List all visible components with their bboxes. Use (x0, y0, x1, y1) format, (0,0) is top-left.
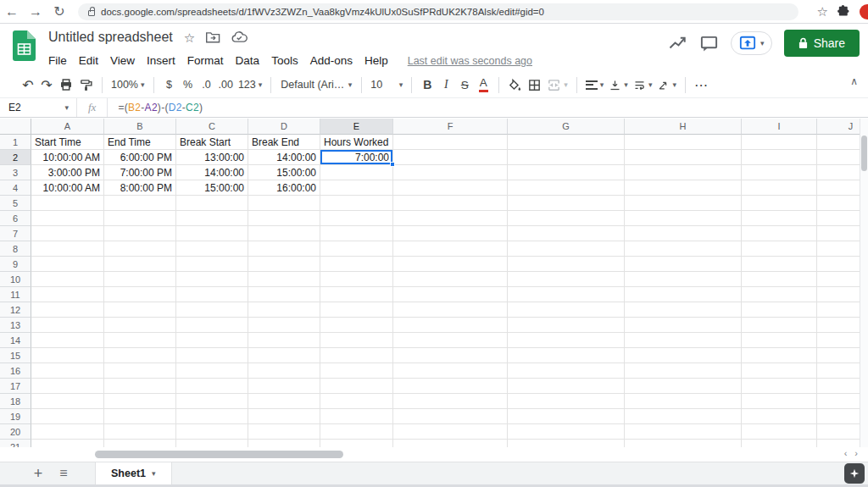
cell-E11[interactable] (320, 287, 393, 302)
cell-C1[interactable]: Break Start (176, 135, 248, 150)
browser-back-icon[interactable]: ← (0, 4, 24, 19)
row-header-13[interactable]: 13 (0, 318, 31, 333)
menu-file[interactable]: File (42, 52, 73, 69)
cell-I9[interactable] (742, 257, 817, 272)
cell-C14[interactable] (176, 333, 248, 348)
cell-C5[interactable] (176, 196, 248, 211)
redo-icon[interactable]: ↷ (37, 75, 56, 95)
cell-I15[interactable] (742, 348, 817, 363)
last-edit-link[interactable]: Last edit was seconds ago (408, 55, 532, 67)
menu-data[interactable]: Data (230, 52, 266, 69)
cell-F21[interactable] (393, 440, 508, 447)
cell-G13[interactable] (508, 318, 625, 333)
cell-C2[interactable]: 13:00:00 (176, 150, 248, 165)
cell-B11[interactable] (104, 287, 176, 302)
column-header-D[interactable]: D (248, 119, 320, 135)
cell-H8[interactable] (625, 241, 742, 257)
cell-B18[interactable] (104, 394, 176, 409)
cell-B17[interactable] (104, 379, 176, 394)
row-header-16[interactable]: 16 (0, 363, 31, 379)
cell-G15[interactable] (508, 348, 625, 363)
cell-I8[interactable] (742, 241, 817, 257)
sheet-tab-sheet1[interactable]: Sheet1 ▾ (95, 462, 172, 484)
cell-D17[interactable] (248, 379, 320, 394)
cell-B9[interactable] (104, 257, 176, 272)
cell-E4[interactable] (320, 180, 393, 196)
cell-G14[interactable] (508, 333, 625, 348)
cell-G20[interactable] (508, 424, 625, 440)
cell-F11[interactable] (393, 287, 508, 302)
cell-A2[interactable]: 10:00:00 AM (31, 150, 104, 165)
cell-J8[interactable] (817, 241, 860, 257)
vertical-scrollbar-thumb[interactable] (861, 136, 867, 171)
decrease-decimal-icon[interactable]: .0 (198, 75, 216, 95)
cell-G5[interactable] (508, 196, 625, 211)
column-header-G[interactable]: G (508, 119, 625, 135)
cell-J10[interactable] (817, 272, 860, 287)
cell-C8[interactable] (176, 241, 248, 257)
vertical-scrollbar[interactable] (860, 119, 868, 447)
cell-I16[interactable] (742, 363, 817, 379)
cell-A6[interactable] (31, 211, 104, 226)
cell-I6[interactable] (742, 211, 817, 226)
cell-G9[interactable] (508, 257, 625, 272)
row-header-8[interactable]: 8 (0, 241, 31, 257)
cell-F19[interactable] (393, 409, 508, 424)
column-header-I[interactable]: I (742, 119, 817, 135)
cell-D13[interactable] (248, 318, 320, 333)
column-header-B[interactable]: B (104, 119, 176, 135)
select-all-corner[interactable] (0, 119, 31, 135)
cell-G7[interactable] (508, 226, 625, 241)
cell-B13[interactable] (104, 318, 176, 333)
name-box[interactable]: E2 ▾ (0, 98, 76, 117)
cell-F7[interactable] (393, 226, 508, 241)
cell-E3[interactable] (320, 165, 393, 180)
cell-I11[interactable] (742, 287, 817, 302)
cell-J2[interactable] (817, 150, 860, 165)
cell-F3[interactable] (393, 165, 508, 180)
cell-H6[interactable] (625, 211, 742, 226)
cell-A12[interactable] (31, 302, 104, 318)
scroll-right-icon[interactable]: › (854, 448, 858, 458)
cell-A18[interactable] (31, 394, 104, 409)
cell-F6[interactable] (393, 211, 508, 226)
row-header-5[interactable]: 5 (0, 196, 31, 211)
undo-icon[interactable]: ↶ (19, 75, 37, 95)
sheets-logo-icon[interactable] (13, 30, 36, 64)
row-header-3[interactable]: 3 (0, 165, 31, 180)
bookmark-star-icon[interactable]: ☆ (817, 4, 828, 19)
menu-edit[interactable]: Edit (73, 52, 104, 69)
cell-D21[interactable] (248, 440, 320, 447)
cell-G2[interactable] (508, 150, 625, 165)
star-document-icon[interactable]: ☆ (184, 31, 195, 44)
cell-B8[interactable] (104, 241, 176, 257)
cell-I5[interactable] (742, 196, 817, 211)
cell-J16[interactable] (817, 363, 860, 379)
cell-B15[interactable] (104, 348, 176, 363)
cell-A16[interactable] (31, 363, 104, 379)
print-icon[interactable] (56, 75, 76, 95)
cell-C15[interactable] (176, 348, 248, 363)
cell-C17[interactable] (176, 379, 248, 394)
zoom-select[interactable]: 100% ▾ (108, 75, 147, 95)
cell-J11[interactable] (817, 287, 860, 302)
menu-insert[interactable]: Insert (141, 52, 181, 69)
cell-G10[interactable] (508, 272, 625, 287)
cell-J7[interactable] (817, 226, 860, 241)
format-percent-icon[interactable]: % (179, 75, 198, 95)
browser-forward-icon[interactable]: → (24, 4, 47, 19)
cell-D14[interactable] (248, 333, 320, 348)
format-currency-icon[interactable]: $ (160, 75, 179, 95)
cell-J3[interactable] (817, 165, 860, 180)
explore-button[interactable] (844, 463, 865, 484)
cell-C21[interactable] (176, 440, 248, 447)
row-header-21[interactable]: 21 (0, 440, 31, 447)
cell-F15[interactable] (393, 348, 508, 363)
cell-I2[interactable] (742, 150, 817, 165)
cell-H3[interactable] (625, 165, 742, 180)
present-button[interactable]: ▾ (731, 31, 772, 55)
cell-F14[interactable] (393, 333, 508, 348)
cell-J20[interactable] (817, 424, 860, 440)
cell-B14[interactable] (104, 333, 176, 348)
font-family-select[interactable]: Default (Ari… ▾ (277, 75, 355, 95)
